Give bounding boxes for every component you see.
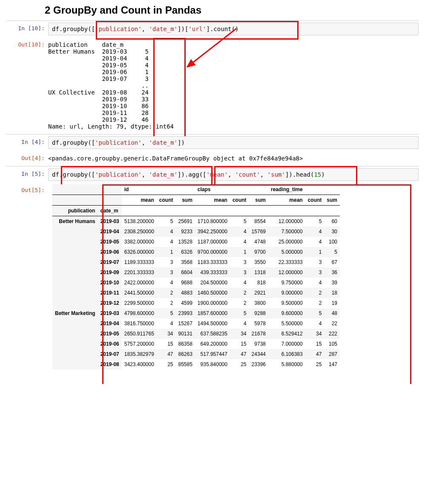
code-text: [ [92, 139, 95, 146]
out-prompt-4: Out[4]: [6, 152, 48, 161]
code-cell-5[interactable]: df.groupby(['publication', 'date_m']).ag… [48, 168, 419, 181]
code-text: [ [92, 26, 95, 32]
out-prompt-5: Out[5]: [6, 184, 48, 193]
in-prompt-4: In [4]: [6, 136, 48, 145]
code-text: ]). [285, 171, 296, 178]
output-text-4: <pandas.core.groupby.generic.DataFrameGr… [48, 152, 419, 164]
code-text: ) [321, 171, 324, 178]
code-cell-10[interactable]: df.groupby(['publication', 'date_m'])['u… [48, 23, 419, 35]
code-text: agg( [188, 171, 203, 178]
code-string: 'count' [235, 171, 260, 178]
code-string: 'publication' [95, 171, 142, 178]
code-number: 15 [314, 171, 321, 178]
code-text: head( [296, 171, 314, 178]
code-text: , [142, 26, 149, 32]
out-prompt-10: Out[10]: [6, 39, 48, 48]
code-string: 'date_m' [149, 26, 178, 32]
code-text: , [142, 139, 149, 146]
code-string: 'publication' [95, 26, 142, 32]
code-text: df.groupby( [52, 26, 92, 32]
code-string: 'date_m' [149, 171, 178, 178]
code-text: ].count() [206, 26, 238, 32]
code-text: , [260, 171, 267, 178]
code-string: 'url' [188, 26, 206, 32]
dataframe-table: idclapsreading_timemeancountsummeancount… [52, 184, 340, 369]
code-text: ]). [178, 171, 188, 178]
code-text: [ [92, 171, 95, 178]
in-prompt-10: In [10]: [6, 23, 48, 32]
code-text: groupby( [63, 171, 91, 178]
in-prompt-5: In [5]: [6, 168, 48, 177]
code-text: df.groupby( [52, 139, 92, 146]
code-text: [ [203, 171, 206, 178]
code-cell-4[interactable]: df.groupby(['publication', 'date_m']) [48, 136, 419, 149]
code-text: , [228, 171, 235, 178]
code-string: 'mean' [207, 171, 228, 178]
code-text: df. [52, 171, 63, 178]
code-string: 'sum' [267, 171, 285, 178]
code-text: ]) [178, 139, 185, 146]
output-text-10: publication date_m Better Humans 2019-03… [48, 39, 419, 132]
code-text: , [142, 171, 149, 178]
code-text: ])[ [178, 26, 188, 32]
code-string: 'date_m' [149, 139, 178, 146]
section-heading: 2 GroupBy and Count in Pandas [45, 4, 419, 16]
code-string: 'publication' [95, 139, 142, 146]
